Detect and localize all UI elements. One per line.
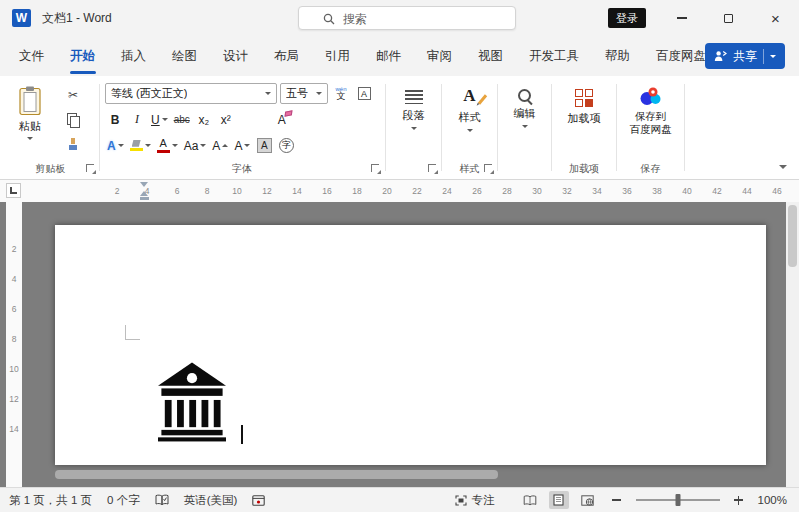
hanging-indent-marker[interactable] — [140, 191, 148, 196]
font-dialog-launcher[interactable] — [371, 164, 381, 174]
tab-layout[interactable]: 布局 — [261, 36, 312, 76]
phonetic-guide-button[interactable]: wén 文 — [331, 83, 351, 104]
tab-view[interactable]: 视图 — [465, 36, 516, 76]
document-page[interactable] — [55, 225, 766, 465]
zoom-slider[interactable] — [636, 493, 720, 507]
word-app-icon[interactable]: W — [12, 9, 31, 27]
enclose-character-icon: 字 — [279, 138, 294, 153]
login-button[interactable]: 登录 — [608, 8, 646, 28]
hruler-number: 46 — [762, 180, 788, 202]
maximize-icon — [724, 14, 733, 23]
tab-stop-icon — [10, 187, 17, 194]
paste-button[interactable]: 粘贴 — [8, 83, 52, 161]
tab-home[interactable]: 开始 — [57, 36, 108, 76]
tab-review[interactable]: 审阅 — [414, 36, 465, 76]
styles-gallery-button[interactable]: A 样式 — [445, 84, 494, 132]
text-cursor — [241, 425, 243, 444]
plus-icon — [734, 496, 743, 505]
left-indent-marker[interactable] — [140, 197, 149, 201]
shrink-font-button[interactable]: A — [232, 135, 252, 156]
page-indicator[interactable]: 第 1 页，共 1 页 — [9, 493, 92, 508]
paragraph-group: 段落 — [386, 76, 441, 179]
group-separator — [684, 84, 685, 171]
read-mode-button[interactable] — [520, 491, 540, 509]
collapse-ribbon-chevron-icon[interactable] — [779, 165, 787, 169]
text-effects-icon: A — [107, 139, 116, 153]
zoom-out-button[interactable] — [607, 491, 627, 509]
format-painter-button[interactable] — [60, 135, 86, 154]
proofing-status-button[interactable] — [155, 494, 169, 506]
word-count[interactable]: 0 个字 — [107, 493, 140, 508]
group-label-text: 样式 — [460, 162, 480, 176]
tab-developer[interactable]: 开发工具 — [516, 36, 592, 76]
tab-label: 邮件 — [376, 48, 401, 65]
print-layout-button[interactable] — [549, 491, 569, 509]
character-border-button[interactable]: A — [354, 83, 374, 104]
minimize-button[interactable] — [659, 0, 705, 36]
paragraph-dialog-launcher[interactable] — [428, 164, 438, 174]
italic-button[interactable]: I — [127, 109, 147, 130]
tab-file[interactable]: 文件 — [6, 36, 57, 76]
font-size-combobox[interactable]: 五号 — [280, 83, 328, 104]
tab-stop-selector[interactable] — [6, 183, 21, 198]
copy-button[interactable] — [60, 110, 86, 129]
proofing-book-icon — [155, 494, 169, 506]
paragraph-menu-button[interactable]: 段落 — [389, 84, 438, 130]
tab-references[interactable]: 引用 — [312, 36, 363, 76]
focus-mode-button[interactable]: 专注 — [455, 493, 495, 508]
first-line-indent-marker[interactable] — [140, 182, 148, 187]
styles-dialog-launcher[interactable] — [484, 164, 494, 174]
text-effects-button[interactable]: A — [105, 135, 126, 156]
font-color-button[interactable]: A — [155, 135, 180, 156]
zoom-slider-thumb[interactable] — [675, 494, 680, 506]
clear-formatting-button[interactable]: A — [272, 109, 292, 130]
tab-mailings[interactable]: 邮件 — [363, 36, 414, 76]
font-row-3: A A Aa A A A 字 — [105, 135, 296, 156]
horizontal-scrollbar-thumb[interactable] — [55, 470, 498, 479]
tab-design[interactable]: 设计 — [210, 36, 261, 76]
bank-building-image[interactable] — [158, 362, 226, 442]
launcher-arrow-icon — [490, 170, 494, 174]
horizontal-ruler[interactable]: 2468101214161820222426283032343638404244… — [0, 180, 799, 202]
language-indicator[interactable]: 英语(美国) — [184, 493, 238, 508]
tab-insert[interactable]: 插入 — [108, 36, 159, 76]
subscript-button[interactable]: x₂ — [194, 109, 214, 130]
cut-button[interactable]: ✂ — [60, 85, 86, 104]
character-shading-button[interactable]: A — [254, 135, 274, 156]
share-dropdown-chevron-icon[interactable] — [770, 55, 776, 58]
vertical-ruler[interactable]: 2468101214 — [6, 202, 22, 487]
change-case-button[interactable]: Aa — [182, 135, 209, 156]
hruler-number: 16 — [312, 180, 342, 202]
font-name-combobox[interactable]: 等线 (西文正文) — [105, 83, 277, 104]
vertical-scrollbar-thumb[interactable] — [788, 205, 797, 267]
strikethrough-button[interactable]: abc — [172, 109, 192, 130]
tab-help[interactable]: 帮助 — [592, 36, 643, 76]
baidu-save-label-line1: 保存到 — [635, 110, 667, 123]
paragraph-button-label: 段落 — [403, 108, 425, 123]
editing-menu-button[interactable]: 编辑 — [501, 84, 548, 128]
eraser-icon — [284, 110, 292, 116]
text-effects-chevron-icon — [118, 144, 124, 147]
font-group: 等线 (西文正文) 五号 wén 文 A B I U ab — [100, 76, 384, 179]
baidu-save-button[interactable]: 保存到 百度网盘 — [620, 84, 681, 136]
enclose-character-button[interactable]: 字 — [276, 135, 296, 156]
highlight-color-button[interactable] — [128, 135, 153, 156]
hruler-number: 6 — [162, 180, 192, 202]
search-icon — [323, 13, 335, 25]
search-box[interactable]: 搜索 — [298, 6, 516, 30]
share-button[interactable]: 共享 — [705, 43, 785, 69]
maximize-button[interactable] — [705, 0, 751, 36]
zoom-percentage[interactable]: 100% — [758, 494, 787, 506]
zoom-in-button[interactable] — [729, 491, 749, 509]
macro-record-button[interactable] — [252, 495, 265, 506]
tab-draw[interactable]: 绘图 — [159, 36, 210, 76]
clipboard-dialog-launcher[interactable] — [86, 164, 96, 174]
grow-font-button[interactable]: A — [210, 135, 230, 156]
addins-button[interactable]: 加载项 — [555, 84, 613, 126]
bold-button[interactable]: B — [105, 109, 125, 130]
vertical-scrollbar[interactable] — [786, 202, 799, 487]
superscript-button[interactable]: x² — [216, 109, 236, 130]
close-button[interactable]: × — [752, 0, 799, 36]
web-layout-button[interactable] — [578, 491, 598, 509]
underline-button[interactable]: U — [149, 109, 170, 130]
